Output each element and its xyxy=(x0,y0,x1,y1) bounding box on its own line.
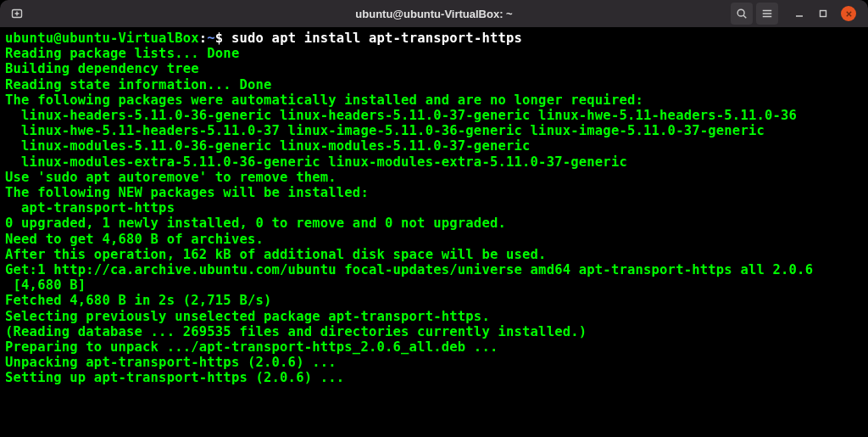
output-line: Fetched 4,680 B in 2s (2,715 B/s) xyxy=(5,293,272,308)
titlebar-left xyxy=(7,3,27,24)
titlebar-right xyxy=(731,3,861,25)
output-line: linux-modules-extra-5.11.0-36-generic li… xyxy=(5,154,627,170)
output-line: After this operation, 162 kB of addition… xyxy=(5,247,547,262)
svg-point-3 xyxy=(737,9,744,16)
output-line: Reading package lists... Done xyxy=(5,46,239,61)
output-line: Get:1 http://ca.archive.ubuntu.com/ubunt… xyxy=(5,262,813,277)
prompt-dollar: $ xyxy=(215,31,231,46)
maximize-button[interactable] xyxy=(817,8,829,20)
output-line: Setting up apt-transport-https (2.0.6) .… xyxy=(5,370,344,385)
output-line: linux-hwe-5.11-headers-5.11.0-37 linux-i… xyxy=(5,123,765,138)
new-tab-button[interactable] xyxy=(7,3,27,24)
search-icon xyxy=(736,8,748,20)
maximize-icon xyxy=(819,9,827,18)
prompt-userhost: ubuntu@ubuntu-VirtualBox xyxy=(5,31,199,46)
output-line: Building dependency tree xyxy=(5,61,199,76)
output-line: 0 upgraded, 1 newly installed, 0 to remo… xyxy=(5,216,506,231)
new-tab-icon xyxy=(10,7,24,20)
prompt-colon: : xyxy=(199,31,208,46)
close-icon xyxy=(845,10,853,18)
output-line: linux-headers-5.11.0-36-generic linux-he… xyxy=(5,108,797,123)
output-line: The following packages were automaticall… xyxy=(5,92,643,108)
output-line: linux-modules-5.11.0-36-generic linux-mo… xyxy=(5,138,531,154)
svg-rect-9 xyxy=(821,11,826,17)
command-text: sudo apt install apt-transport-https xyxy=(231,31,522,46)
svg-line-4 xyxy=(743,15,746,18)
window-controls xyxy=(793,6,856,21)
prompt-path: ~ xyxy=(207,31,215,46)
titlebar: ubuntu@ubuntu-VirtualBox: ~ xyxy=(0,0,868,27)
output-line: Preparing to unpack .../apt-transport-ht… xyxy=(5,339,498,355)
output-line: Selecting previously unselected package … xyxy=(5,309,490,324)
output-line: [4,680 B] xyxy=(5,277,86,293)
output-line: The following NEW packages will be insta… xyxy=(5,185,369,200)
window-title: ubuntu@ubuntu-VirtualBox: ~ xyxy=(355,8,512,20)
output-line: Reading state information... Done xyxy=(5,77,272,92)
hamburger-icon xyxy=(761,8,773,20)
search-button[interactable] xyxy=(731,3,753,25)
output-line: Use 'sudo apt autoremove' to remove them… xyxy=(5,170,337,185)
terminal-body[interactable]: ubuntu@ubuntu-VirtualBox:~$ sudo apt ins… xyxy=(0,27,868,437)
terminal-window: ubuntu@ubuntu-VirtualBox: ~ xyxy=(0,0,868,437)
output-line: Unpacking apt-transport-https (2.0.6) ..… xyxy=(5,355,337,370)
close-button[interactable] xyxy=(841,6,856,21)
output-line: Need to get 4,680 B of archives. xyxy=(5,232,264,247)
output-line: apt-transport-https xyxy=(5,200,175,216)
menu-button[interactable] xyxy=(756,3,778,25)
minimize-icon xyxy=(795,9,804,18)
output-line: (Reading database ... 269535 files and d… xyxy=(5,324,587,339)
minimize-button[interactable] xyxy=(793,8,805,20)
